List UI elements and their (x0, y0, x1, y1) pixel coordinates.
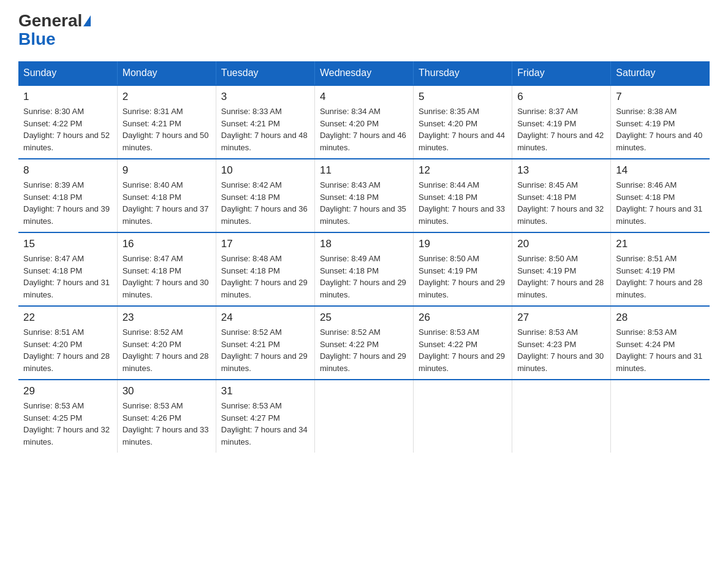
calendar-cell: 9 Sunrise: 8:40 AMSunset: 4:18 PMDayligh… (117, 159, 216, 232)
day-number: 9 (123, 164, 211, 177)
calendar-cell: 19 Sunrise: 8:50 AMSunset: 4:19 PMDaylig… (414, 232, 512, 306)
logo-triangle-icon (83, 15, 91, 26)
calendar-cell: 26 Sunrise: 8:53 AMSunset: 4:22 PMDaylig… (414, 306, 512, 380)
day-number: 24 (221, 312, 309, 324)
logo-general: General (18, 12, 82, 29)
day-info: Sunrise: 8:33 AMSunset: 4:21 PMDaylight:… (221, 107, 308, 152)
weekday-header-monday: Monday (117, 61, 216, 85)
calendar-cell: 4 Sunrise: 8:34 AMSunset: 4:20 PMDayligh… (314, 85, 413, 159)
day-number: 15 (23, 238, 112, 250)
calendar-cell: 18 Sunrise: 8:49 AMSunset: 4:18 PMDaylig… (314, 232, 413, 306)
day-number: 31 (221, 385, 309, 397)
day-info: Sunrise: 8:51 AMSunset: 4:19 PMDaylight:… (616, 254, 702, 299)
day-info: Sunrise: 8:52 AMSunset: 4:22 PMDaylight:… (320, 327, 406, 373)
day-number: 26 (419, 312, 507, 324)
day-number: 25 (320, 312, 408, 324)
calendar-week-row: 8 Sunrise: 8:39 AMSunset: 4:18 PMDayligh… (18, 159, 710, 232)
calendar-cell: 3 Sunrise: 8:33 AMSunset: 4:21 PMDayligh… (216, 85, 314, 159)
calendar-cell: 25 Sunrise: 8:52 AMSunset: 4:22 PMDaylig… (314, 306, 413, 380)
calendar-cell: 24 Sunrise: 8:52 AMSunset: 4:21 PMDaylig… (216, 306, 314, 380)
calendar-cell (414, 380, 512, 453)
day-number: 14 (616, 164, 705, 177)
weekday-header-thursday: Thursday (414, 61, 512, 85)
weekday-header-row: SundayMondayTuesdayWednesdayThursdayFrid… (18, 61, 710, 85)
calendar-week-row: 1 Sunrise: 8:30 AMSunset: 4:22 PMDayligh… (18, 85, 710, 159)
calendar-cell: 29 Sunrise: 8:53 AMSunset: 4:25 PMDaylig… (18, 380, 117, 453)
calendar-cell (512, 380, 611, 453)
day-number: 4 (320, 91, 408, 103)
calendar-week-row: 22 Sunrise: 8:51 AMSunset: 4:20 PMDaylig… (18, 306, 710, 380)
day-number: 30 (123, 385, 211, 397)
day-info: Sunrise: 8:50 AMSunset: 4:19 PMDaylight:… (419, 254, 505, 299)
calendar-cell: 10 Sunrise: 8:42 AMSunset: 4:18 PMDaylig… (216, 159, 314, 232)
day-info: Sunrise: 8:52 AMSunset: 4:21 PMDaylight:… (221, 327, 308, 373)
logo-blue: Blue (18, 29, 56, 49)
day-info: Sunrise: 8:53 AMSunset: 4:25 PMDaylight:… (23, 401, 110, 446)
day-info: Sunrise: 8:40 AMSunset: 4:18 PMDaylight:… (123, 180, 209, 226)
calendar-cell: 1 Sunrise: 8:30 AMSunset: 4:22 PMDayligh… (18, 85, 117, 159)
day-number: 16 (123, 238, 211, 250)
calendar-cell: 13 Sunrise: 8:45 AMSunset: 4:18 PMDaylig… (512, 159, 611, 232)
day-info: Sunrise: 8:31 AMSunset: 4:21 PMDaylight:… (123, 107, 209, 152)
calendar-cell: 2 Sunrise: 8:31 AMSunset: 4:21 PMDayligh… (117, 85, 216, 159)
calendar-cell: 21 Sunrise: 8:51 AMSunset: 4:19 PMDaylig… (611, 232, 710, 306)
page-header: General Blue (18, 12, 710, 49)
day-info: Sunrise: 8:49 AMSunset: 4:18 PMDaylight:… (320, 254, 406, 299)
calendar-cell: 31 Sunrise: 8:53 AMSunset: 4:27 PMDaylig… (216, 380, 314, 453)
day-info: Sunrise: 8:37 AMSunset: 4:19 PMDaylight:… (517, 107, 604, 152)
weekday-header-friday: Friday (512, 61, 611, 85)
day-number: 6 (517, 91, 605, 103)
calendar-cell: 27 Sunrise: 8:53 AMSunset: 4:23 PMDaylig… (512, 306, 611, 380)
day-number: 2 (123, 91, 211, 103)
calendar-cell: 30 Sunrise: 8:53 AMSunset: 4:26 PMDaylig… (117, 380, 216, 453)
day-number: 13 (517, 164, 605, 177)
day-info: Sunrise: 8:53 AMSunset: 4:27 PMDaylight:… (221, 401, 308, 446)
day-number: 5 (419, 91, 507, 103)
weekday-header-saturday: Saturday (611, 61, 710, 85)
calendar-cell: 7 Sunrise: 8:38 AMSunset: 4:19 PMDayligh… (611, 85, 710, 159)
day-info: Sunrise: 8:47 AMSunset: 4:18 PMDaylight:… (23, 254, 110, 299)
day-number: 8 (23, 164, 112, 177)
day-info: Sunrise: 8:53 AMSunset: 4:23 PMDaylight:… (517, 327, 604, 373)
calendar-cell: 6 Sunrise: 8:37 AMSunset: 4:19 PMDayligh… (512, 85, 611, 159)
day-info: Sunrise: 8:35 AMSunset: 4:20 PMDaylight:… (419, 107, 505, 152)
calendar-cell: 28 Sunrise: 8:53 AMSunset: 4:24 PMDaylig… (611, 306, 710, 380)
day-info: Sunrise: 8:30 AMSunset: 4:22 PMDaylight:… (23, 107, 110, 152)
day-info: Sunrise: 8:51 AMSunset: 4:20 PMDaylight:… (23, 327, 110, 373)
day-info: Sunrise: 8:48 AMSunset: 4:18 PMDaylight:… (221, 254, 308, 299)
day-info: Sunrise: 8:50 AMSunset: 4:19 PMDaylight:… (517, 254, 604, 299)
day-info: Sunrise: 8:46 AMSunset: 4:18 PMDaylight:… (616, 180, 702, 226)
day-info: Sunrise: 8:34 AMSunset: 4:20 PMDaylight:… (320, 107, 406, 152)
calendar-cell: 11 Sunrise: 8:43 AMSunset: 4:18 PMDaylig… (314, 159, 413, 232)
day-info: Sunrise: 8:52 AMSunset: 4:20 PMDaylight:… (123, 327, 209, 373)
day-number: 21 (616, 238, 705, 250)
day-number: 18 (320, 238, 408, 250)
calendar-table: SundayMondayTuesdayWednesdayThursdayFrid… (18, 61, 710, 453)
day-number: 20 (517, 238, 605, 250)
day-info: Sunrise: 8:44 AMSunset: 4:18 PMDaylight:… (419, 180, 505, 226)
day-number: 27 (517, 312, 605, 324)
calendar-week-row: 29 Sunrise: 8:53 AMSunset: 4:25 PMDaylig… (18, 380, 710, 453)
calendar-cell: 23 Sunrise: 8:52 AMSunset: 4:20 PMDaylig… (117, 306, 216, 380)
calendar-cell: 17 Sunrise: 8:48 AMSunset: 4:18 PMDaylig… (216, 232, 314, 306)
day-number: 3 (221, 91, 309, 103)
day-info: Sunrise: 8:45 AMSunset: 4:18 PMDaylight:… (517, 180, 604, 226)
calendar-cell: 16 Sunrise: 8:47 AMSunset: 4:18 PMDaylig… (117, 232, 216, 306)
day-info: Sunrise: 8:43 AMSunset: 4:18 PMDaylight:… (320, 180, 406, 226)
logo: General Blue (18, 12, 91, 49)
day-number: 23 (123, 312, 211, 324)
calendar-cell: 15 Sunrise: 8:47 AMSunset: 4:18 PMDaylig… (18, 232, 117, 306)
weekday-header-tuesday: Tuesday (216, 61, 314, 85)
calendar-cell: 5 Sunrise: 8:35 AMSunset: 4:20 PMDayligh… (414, 85, 512, 159)
day-number: 22 (23, 312, 112, 324)
day-number: 12 (419, 164, 507, 177)
day-info: Sunrise: 8:39 AMSunset: 4:18 PMDaylight:… (23, 180, 110, 226)
calendar-week-row: 15 Sunrise: 8:47 AMSunset: 4:18 PMDaylig… (18, 232, 710, 306)
day-number: 10 (221, 164, 309, 177)
calendar-cell (314, 380, 413, 453)
calendar-cell: 14 Sunrise: 8:46 AMSunset: 4:18 PMDaylig… (611, 159, 710, 232)
weekday-header-wednesday: Wednesday (314, 61, 413, 85)
day-info: Sunrise: 8:47 AMSunset: 4:18 PMDaylight:… (123, 254, 209, 299)
day-number: 11 (320, 164, 408, 177)
day-info: Sunrise: 8:53 AMSunset: 4:22 PMDaylight:… (419, 327, 505, 373)
